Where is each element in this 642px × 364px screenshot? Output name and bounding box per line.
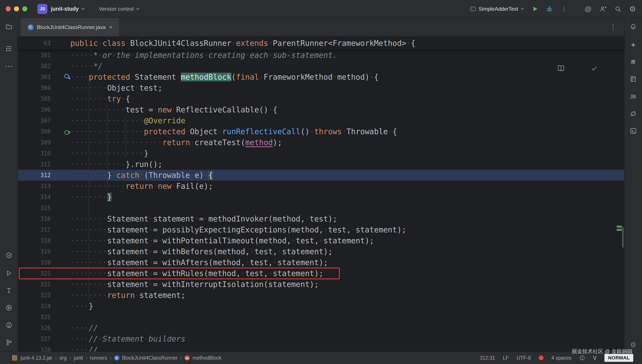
run-configuration-selector[interactable]: SimpleAdderTest <box>470 6 524 12</box>
minimize-window-button[interactable] <box>14 6 19 11</box>
settings-gear-icon[interactable]: ⚙ <box>630 341 636 348</box>
scrollbar-thumb[interactable] <box>622 227 624 248</box>
notifications-bell-icon[interactable] <box>630 23 637 30</box>
maven-icon[interactable]: m <box>631 58 635 65</box>
line-number[interactable]: 305 <box>18 94 51 104</box>
project-folder-icon[interactable] <box>6 23 13 30</box>
collaboration-icon[interactable] <box>630 93 637 100</box>
line-number[interactable]: 327 <box>18 334 51 344</box>
indent-widget[interactable]: 4 spaces <box>551 355 571 361</box>
breadcrumb-method[interactable]: methodBlock <box>192 355 221 361</box>
line-number[interactable]: 316 <box>18 214 51 224</box>
close-window-button[interactable] <box>6 6 11 11</box>
line-number[interactable]: 325 <box>18 312 51 322</box>
code-line-317[interactable]: 317········statement·=·possiblyExpecting… <box>18 224 624 235</box>
debug-button[interactable] <box>546 6 553 12</box>
line-number[interactable]: 328 <box>18 344 51 352</box>
code-line-310[interactable]: 310················} <box>18 148 624 159</box>
code-line-320[interactable]: 320········statement·=·withAfters(method… <box>18 257 624 268</box>
dependencies-icon[interactable] <box>630 76 637 82</box>
scrollbar-usage-mark[interactable] <box>617 229 622 231</box>
code-line-316[interactable]: 316········Statement·statement·=·methodI… <box>18 214 624 224</box>
code-line-301[interactable]: 301·····*·or·the·implementations·creatin… <box>18 50 624 61</box>
line-number[interactable]: 310 <box>18 148 51 159</box>
code-line-308[interactable]: 308················protected·Object·runR… <box>18 126 624 137</box>
plugin-indicator-icon[interactable] <box>539 356 543 360</box>
scrollbar-usage-mark[interactable] <box>617 226 622 228</box>
code-line-309[interactable]: 309····················return·createTest… <box>18 137 624 148</box>
overridden-method-icon[interactable] <box>64 73 71 81</box>
code-line-313[interactable]: 313············return·new·Fail(e); <box>18 181 624 192</box>
line-number[interactable]: 319 <box>18 246 51 257</box>
line-number[interactable]: 308 <box>18 126 51 137</box>
code-line-312[interactable]: 312········}·catch·(Throwable·e)·{ <box>18 170 624 181</box>
problems-icon[interactable] <box>6 322 13 329</box>
add-user-icon[interactable] <box>600 6 607 12</box>
code-line-304[interactable]: 304········Object·test; <box>18 82 624 94</box>
close-tab-icon[interactable]: × <box>109 24 113 30</box>
ai-assistant-icon[interactable] <box>630 42 637 48</box>
mention-icon[interactable]: @ <box>584 6 591 12</box>
code-line-315[interactable]: 315 <box>18 202 624 214</box>
version-control-menu[interactable]: Version control <box>99 6 134 12</box>
code-line-322[interactable]: 322········statement·=·withInterruptIsol… <box>18 279 624 290</box>
caret-position-widget[interactable]: 312:31 <box>480 355 495 361</box>
code-line-307[interactable]: 307················@Override <box>18 115 624 126</box>
run-tool-window-icon[interactable] <box>6 270 13 277</box>
breadcrumb-class[interactable]: BlockJUnit4ClassRunner <box>122 355 178 361</box>
chevron-down-icon[interactable] <box>81 8 85 10</box>
line-separator-widget[interactable]: LF <box>503 355 509 361</box>
version-control-icon[interactable] <box>6 339 13 346</box>
reader-mode-icon[interactable] <box>557 39 584 98</box>
breadcrumb-runners[interactable]: runners <box>90 355 107 361</box>
code-line-314[interactable]: 314········} <box>18 192 624 202</box>
code-line-305[interactable]: 305········try·{ <box>18 94 624 104</box>
terminal-icon[interactable] <box>630 128 637 134</box>
line-number[interactable]: 324 <box>18 301 51 312</box>
inspections-widget-icon[interactable] <box>579 355 585 361</box>
code-line-311[interactable]: 311············}.run(); <box>18 159 624 170</box>
project-avatar[interactable]: JS <box>37 4 47 14</box>
settings-gear-icon[interactable]: ⚙ <box>629 5 636 13</box>
code-line-325[interactable]: 325 <box>18 312 624 322</box>
tab-options-icon[interactable]: ⋮ <box>610 23 617 32</box>
line-number[interactable]: 315 <box>18 202 51 214</box>
code-line-326[interactable]: 326····// <box>18 322 624 334</box>
line-number[interactable]: 322 <box>18 279 51 290</box>
code-line-319[interactable]: 319········statement·=·withBefores(metho… <box>18 246 624 257</box>
tab-blockjunit4classrunner[interactable]: C BlockJUnit4ClassRunner.java × <box>21 18 119 36</box>
breadcrumb-jar[interactable]: junit-4.13.2.jar <box>21 355 53 361</box>
inspections-ok-icon[interactable] <box>591 39 618 98</box>
line-number[interactable]: 312 <box>18 170 51 181</box>
line-number[interactable]: 318 <box>18 235 51 246</box>
line-number[interactable]: 313 <box>18 181 51 192</box>
code-line-306[interactable]: 306············test·=·new·ReflectiveCall… <box>18 104 624 115</box>
overriding-method-icon[interactable] <box>64 128 71 135</box>
line-number[interactable]: 306 <box>18 104 51 115</box>
code-line-328[interactable]: 328····// <box>18 344 624 352</box>
chevron-down-icon[interactable] <box>136 8 140 10</box>
code-editor[interactable]: 301·····*·or·the·implementations·creatin… <box>18 50 624 352</box>
fullscreen-window-button[interactable] <box>22 6 27 11</box>
gradle-icon[interactable] <box>630 110 637 117</box>
search-icon[interactable] <box>614 6 621 12</box>
breadcrumb-org[interactable]: org <box>59 355 67 361</box>
line-number[interactable]: 307 <box>18 115 51 126</box>
todo-icon[interactable] <box>6 287 13 294</box>
line-number[interactable]: 309 <box>18 137 51 148</box>
more-tool-windows-icon[interactable]: ⋯ <box>5 62 13 70</box>
code-line-324[interactable]: 324····} <box>18 301 624 312</box>
services-icon[interactable] <box>6 304 13 311</box>
line-number[interactable]: 323 <box>18 290 51 301</box>
code-line-323[interactable]: 323········return·statement; <box>18 290 624 301</box>
code-line-302[interactable]: 302·····*/ <box>18 61 624 72</box>
project-name[interactable]: junit-study <box>51 6 79 12</box>
ideavim-icon[interactable]: V <box>593 354 596 362</box>
line-number[interactable]: 311 <box>18 159 51 170</box>
run-button[interactable] <box>532 6 538 12</box>
line-number[interactable]: 320 <box>18 257 51 268</box>
line-number[interactable]: 314 <box>18 192 51 202</box>
breadcrumb-junit[interactable]: junit <box>74 355 83 361</box>
code-line-327[interactable]: 327····//·Statement·builders <box>18 334 624 344</box>
line-number[interactable]: 326 <box>18 322 51 334</box>
